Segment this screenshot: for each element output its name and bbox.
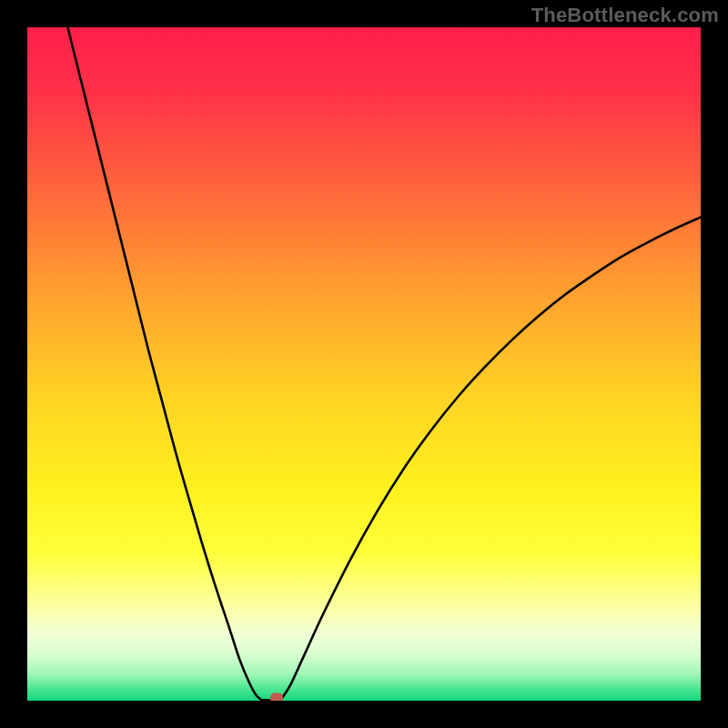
- curve-layer: [27, 27, 701, 701]
- plot-area: [27, 27, 701, 701]
- bottleneck-curve: [67, 27, 701, 701]
- chart-frame: TheBottleneck.com: [0, 0, 728, 728]
- watermark-text: TheBottleneck.com: [531, 4, 719, 27]
- optimum-marker: [270, 693, 283, 701]
